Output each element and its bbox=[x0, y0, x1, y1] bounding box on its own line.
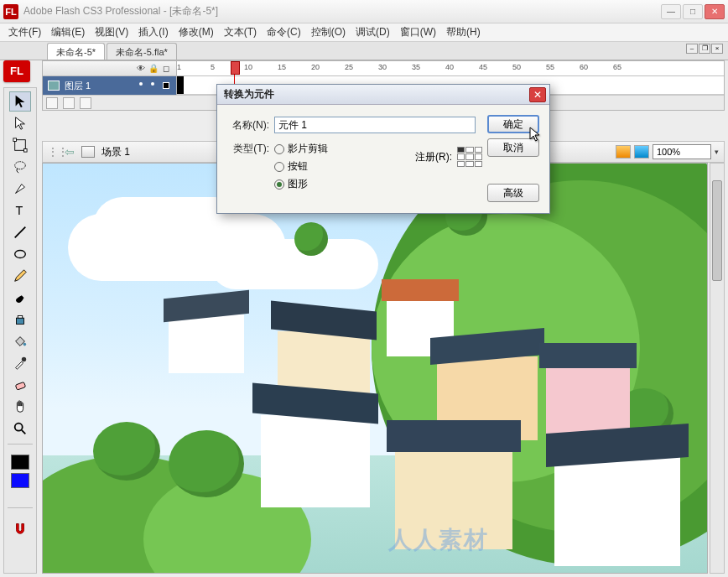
document-tabs: 未命名-5* 未命名-5.fla* – ❐ × bbox=[0, 42, 728, 60]
menu-text[interactable]: 文本(T) bbox=[219, 23, 262, 41]
ruler-mark: 10 bbox=[244, 63, 252, 71]
pen-tool[interactable] bbox=[9, 179, 31, 199]
snap-tool[interactable] bbox=[9, 517, 31, 538]
menu-help[interactable]: 帮助(H) bbox=[441, 23, 486, 41]
subselection-tool[interactable] bbox=[9, 113, 31, 133]
tab-untitled-5-fla[interactable]: 未命名-5.fla* bbox=[107, 43, 177, 60]
ruler-mark: 5 bbox=[211, 63, 215, 71]
swap-colors-icon[interactable] bbox=[27, 492, 37, 502]
window-controls: — □ ✕ bbox=[661, 4, 725, 19]
dialog-title: 转换为元件 bbox=[221, 87, 529, 101]
edit-bar-handle[interactable]: ⋮⋮ bbox=[48, 146, 58, 158]
scene-icon bbox=[81, 146, 95, 158]
ruler-mark: 20 bbox=[311, 63, 320, 71]
menu-modify[interactable]: 修改(M) bbox=[174, 23, 219, 41]
svg-rect-11 bbox=[15, 382, 25, 390]
ink-bottle-tool[interactable] bbox=[9, 309, 31, 330]
registration-group: 注册(R): bbox=[415, 147, 482, 167]
app-logo: FL bbox=[3, 4, 18, 19]
eye-icon[interactable]: 👁 bbox=[136, 64, 146, 73]
pencil-tool[interactable] bbox=[9, 266, 31, 286]
radio-movieclip[interactable]: 影片剪辑 bbox=[274, 142, 328, 156]
convert-to-symbol-dialog: 转换为元件 ✕ 名称(N): 类型(T): 影片剪辑 按钮 图形 注册(R): … bbox=[216, 84, 550, 214]
black-white-icon[interactable] bbox=[3, 492, 13, 502]
text-tool[interactable]: T bbox=[9, 200, 31, 221]
ruler-mark: 50 bbox=[512, 63, 521, 71]
toolbox: T bbox=[3, 87, 37, 574]
new-layer-icon[interactable] bbox=[46, 97, 58, 109]
menubar: 文件(F) 编辑(E) 视图(V) 插入(I) 修改(M) 文本(T) 命令(C… bbox=[0, 23, 728, 42]
name-label: 名称(N): bbox=[227, 118, 274, 133]
panel-min-icon[interactable]: – bbox=[686, 44, 698, 54]
outline-icon[interactable]: ◻ bbox=[161, 64, 171, 73]
paint-bucket-tool[interactable] bbox=[9, 331, 31, 351]
hand-tool[interactable] bbox=[9, 397, 31, 417]
keyframe-1[interactable] bbox=[177, 76, 184, 94]
ruler-mark: 60 bbox=[580, 63, 588, 71]
free-transform-tool[interactable] bbox=[9, 135, 31, 155]
menu-control[interactable]: 控制(O) bbox=[306, 23, 351, 41]
scene-label: 场景 1 bbox=[101, 145, 130, 159]
edit-scene-icon[interactable] bbox=[616, 145, 631, 159]
ruler-mark: 1 bbox=[177, 63, 181, 71]
zoom-tool[interactable] bbox=[9, 418, 31, 439]
no-color-icon[interactable] bbox=[15, 492, 25, 502]
rectangle-tool[interactable] bbox=[9, 244, 31, 264]
symbol-name-input[interactable] bbox=[274, 117, 476, 133]
lock-icon[interactable]: 🔒 bbox=[148, 64, 159, 73]
svg-point-6 bbox=[15, 251, 26, 258]
zoom-dropdown-icon[interactable]: ▾ bbox=[715, 148, 719, 156]
eraser-tool[interactable] bbox=[9, 375, 31, 395]
svg-rect-2 bbox=[24, 149, 28, 153]
app-icon-strip: FL bbox=[3, 60, 37, 84]
scrollbar-thumb[interactable] bbox=[712, 180, 722, 281]
maximize-button[interactable]: □ bbox=[683, 4, 703, 19]
cancel-button[interactable]: 取消 bbox=[487, 138, 539, 157]
panel-restore-icon[interactable]: ❐ bbox=[699, 44, 710, 54]
zoom-input[interactable] bbox=[653, 144, 711, 159]
menu-window[interactable]: 窗口(W) bbox=[395, 23, 441, 41]
eyedropper-tool[interactable] bbox=[9, 353, 31, 373]
menu-commands[interactable]: 命令(C) bbox=[262, 23, 306, 41]
timeline-header-icons: 👁 🔒 ◻ bbox=[136, 64, 171, 73]
stage-canvas[interactable]: 人人素材 bbox=[42, 163, 708, 574]
svg-point-9 bbox=[23, 343, 27, 346]
registration-grid[interactable] bbox=[457, 147, 482, 167]
layer-icon bbox=[48, 81, 60, 91]
advanced-button[interactable]: 高级 bbox=[487, 184, 539, 202]
radio-button[interactable]: 按钮 bbox=[274, 159, 328, 174]
timeline-ruler[interactable]: 15101520253035404550556065 bbox=[177, 61, 724, 75]
timeline-layer-1[interactable]: 图层 1 bbox=[43, 76, 177, 95]
menu-insert[interactable]: 插入(I) bbox=[133, 23, 173, 41]
ok-button[interactable]: 确定 bbox=[487, 115, 539, 133]
ruler-mark: 25 bbox=[345, 63, 353, 71]
fill-color-well[interactable] bbox=[11, 473, 29, 488]
stroke-color-well[interactable] bbox=[11, 455, 29, 470]
radio-graphic[interactable]: 图形 bbox=[274, 177, 328, 191]
back-arrow-icon[interactable]: ⇦ bbox=[65, 145, 75, 159]
window-title: Adobe Flash CS3 Professional - [未命名-5*] bbox=[23, 4, 661, 18]
vertical-scrollbar[interactable] bbox=[710, 163, 725, 574]
lasso-tool[interactable] bbox=[9, 157, 31, 177]
delete-layer-icon[interactable] bbox=[80, 97, 91, 109]
dialog-close-icon[interactable]: ✕ bbox=[529, 87, 546, 102]
dialog-titlebar[interactable]: 转换为元件 ✕ bbox=[217, 85, 549, 105]
panel-close-icon[interactable]: × bbox=[711, 44, 723, 54]
svg-text:T: T bbox=[16, 204, 23, 217]
tab-untitled-5[interactable]: 未命名-5* bbox=[47, 43, 105, 60]
minimize-button[interactable]: — bbox=[661, 4, 681, 19]
brush-tool[interactable] bbox=[9, 288, 31, 308]
menu-debug[interactable]: 调试(D) bbox=[351, 23, 395, 41]
line-tool[interactable] bbox=[9, 222, 31, 242]
svg-rect-8 bbox=[18, 316, 22, 319]
new-folder-icon[interactable] bbox=[63, 97, 75, 109]
panel-window-controls: – ❐ × bbox=[686, 44, 723, 54]
selection-tool[interactable] bbox=[9, 91, 31, 112]
menu-view[interactable]: 视图(V) bbox=[90, 23, 133, 41]
type-label: 类型(T): bbox=[227, 142, 274, 156]
menu-file[interactable]: 文件(F) bbox=[3, 23, 46, 41]
close-button[interactable]: ✕ bbox=[705, 4, 725, 19]
ruler-mark: 35 bbox=[412, 63, 420, 71]
edit-symbol-icon[interactable] bbox=[634, 145, 649, 159]
menu-edit[interactable]: 编辑(E) bbox=[46, 23, 90, 41]
